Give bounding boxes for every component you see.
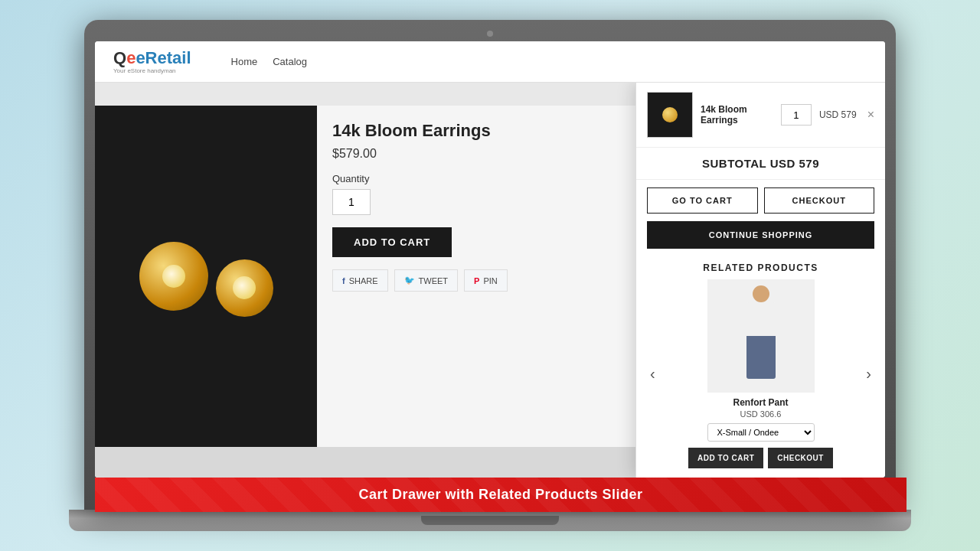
cart-item-row: 14k Bloom Earrings USD 579 ×	[636, 83, 885, 148]
bottom-banner: Cart Drawer with Related Products Slider	[95, 478, 906, 512]
cart-item-name: 14k Bloom Earrings	[701, 104, 773, 126]
earring-display	[103, 177, 309, 376]
pin-label: PIN	[483, 276, 497, 285]
logo-retail: eRetail	[136, 48, 191, 67]
laptop-screen: QeeRetail Your eStore handyman Home Cata…	[95, 41, 885, 478]
related-products-title: RELATED PRODUCTS	[647, 262, 874, 273]
logo-q: Q	[113, 48, 126, 67]
logo-e: e	[126, 48, 136, 67]
logo-text: QeeRetail	[113, 50, 191, 67]
related-checkout-button[interactable]: CHECKOUT	[768, 448, 833, 468]
subtotal-label: SUBTOTAL USD 579	[647, 157, 874, 170]
product-image-area	[95, 106, 317, 447]
laptop-shell: QeeRetail Your eStore handyman Home Cata…	[84, 20, 896, 510]
related-products-section: RELATED PRODUCTS ‹	[636, 256, 885, 478]
cart-item-earring-icon	[662, 107, 678, 122]
related-product-card: Renfort Pant USD 306.6 X-Small / Ondee A…	[662, 279, 861, 468]
cart-item-price: USD 579	[819, 109, 857, 120]
related-variant-select[interactable]: X-Small / Ondee	[707, 423, 815, 442]
earring-2	[216, 259, 273, 317]
quantity-input[interactable]: 1	[332, 189, 371, 215]
twitter-icon: 🐦	[404, 276, 415, 285]
product-content: 14k Bloom Earrings $579.00 Quantity 1 AD…	[95, 106, 635, 447]
tweet-label: TWEET	[419, 276, 449, 285]
breadcrumb-bar	[95, 83, 635, 106]
pin-button[interactable]: P PIN	[464, 269, 508, 292]
subtotal-row: SUBTOTAL USD 579	[636, 148, 885, 180]
laptop-notch	[421, 516, 559, 525]
person-body	[747, 302, 775, 336]
product-page: 14k Bloom Earrings $579.00 Quantity 1 AD…	[95, 83, 635, 478]
laptop-base	[69, 510, 911, 531]
banner-text: Cart Drawer with Related Products Slider	[95, 487, 906, 503]
quantity-label: Quantity	[332, 173, 620, 184]
screen-content: QeeRetail Your eStore handyman Home Cata…	[95, 41, 885, 478]
site-header: QeeRetail Your eStore handyman Home Cata…	[95, 41, 885, 83]
add-to-cart-button[interactable]: ADD TO CART	[332, 227, 452, 257]
related-add-to-cart-button[interactable]: ADD TO CART	[688, 448, 763, 468]
cart-drawer: 14k Bloom Earrings USD 579 × SUBTOTAL US…	[635, 83, 885, 478]
logo: QeeRetail Your eStore handyman	[113, 50, 191, 74]
earring-1	[139, 242, 208, 311]
tweet-button[interactable]: 🐦 TWEET	[394, 269, 459, 292]
cart-item-remove-icon[interactable]: ×	[867, 108, 874, 122]
drawer-primary-buttons: GO TO CART CHECKOUT	[636, 180, 885, 221]
related-action-buttons: ADD TO CART CHECKOUT	[688, 448, 833, 468]
nav-home[interactable]: Home	[231, 56, 258, 67]
slider-next-arrow[interactable]: ›	[863, 362, 874, 386]
slider-prev-arrow[interactable]: ‹	[647, 362, 658, 386]
person-figure	[734, 285, 788, 393]
thumbnail-bar	[95, 447, 635, 478]
logo-tagline: Your eStore handyman	[113, 67, 176, 74]
related-slider: ‹ Renfort Pant USD	[647, 279, 874, 468]
person-head	[753, 285, 769, 302]
related-product-name: Renfort Pant	[733, 397, 789, 408]
product-price: $579.00	[332, 147, 620, 161]
product-title: 14k Bloom Earrings	[332, 121, 620, 141]
nav: Home Catalog	[231, 56, 308, 67]
continue-shopping-button[interactable]: CONTINUE SHOPPING	[647, 221, 874, 249]
nav-catalog[interactable]: Catalog	[273, 56, 307, 67]
main-area: 14k Bloom Earrings $579.00 Quantity 1 AD…	[95, 83, 885, 478]
product-info: 14k Bloom Earrings $579.00 Quantity 1 AD…	[317, 106, 635, 447]
social-buttons: f SHARE 🐦 TWEET P PIN	[332, 269, 620, 292]
share-button[interactable]: f SHARE	[332, 269, 388, 292]
go-to-cart-button[interactable]: GO TO CART	[647, 187, 758, 214]
share-label: SHARE	[349, 276, 378, 285]
cart-quantity-input[interactable]	[781, 104, 812, 126]
cart-item-thumbnail	[647, 92, 693, 138]
checkout-button-top[interactable]: CHECKOUT	[764, 187, 875, 214]
related-product-price: USD 306.6	[740, 409, 782, 419]
facebook-icon: f	[342, 276, 345, 285]
person-pants	[746, 336, 776, 379]
laptop-camera	[487, 31, 493, 37]
pinterest-icon: P	[474, 276, 479, 285]
related-product-image	[707, 279, 815, 393]
